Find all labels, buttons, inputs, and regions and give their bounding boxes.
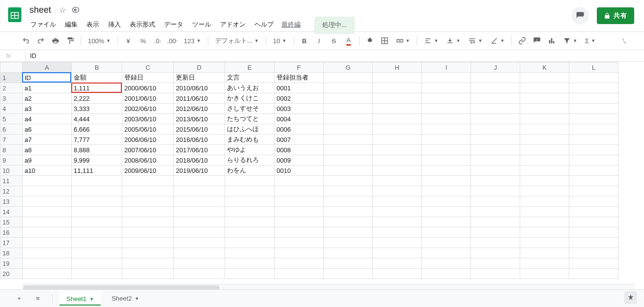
percent-icon[interactable]: %	[137, 34, 149, 47]
cell[interactable]	[569, 73, 618, 83]
cell[interactable]	[174, 217, 225, 227]
add-sheet-icon[interactable]: +	[12, 291, 27, 306]
row-header-8[interactable]: 8	[0, 145, 23, 155]
cell[interactable]: 0009	[275, 155, 324, 166]
last-edit-link[interactable]: 最終編	[279, 18, 304, 31]
rotate-dropdown[interactable]: ▼	[487, 34, 507, 47]
cell[interactable]	[471, 258, 520, 269]
paint-format-icon[interactable]	[64, 34, 77, 47]
cell[interactable]	[373, 73, 422, 83]
col-header-L[interactable]: L	[569, 62, 618, 73]
cell[interactable]	[373, 145, 422, 155]
cell[interactable]	[569, 166, 618, 176]
col-header-C[interactable]: C	[122, 62, 174, 73]
currency-yen-icon[interactable]: ¥	[122, 34, 135, 47]
cell[interactable]: 2019/06/10	[174, 166, 225, 176]
row-header-20[interactable]: 20	[0, 269, 23, 279]
cell[interactable]	[569, 104, 618, 114]
cell[interactable]: a4	[23, 114, 72, 124]
cell[interactable]	[275, 176, 324, 186]
cell[interactable]	[520, 238, 569, 248]
cell[interactable]: はひふへほ	[225, 124, 275, 135]
font-dropdown[interactable]: デフォルト...▼	[212, 34, 262, 47]
cell[interactable]	[569, 269, 618, 279]
cell[interactable]	[569, 207, 618, 217]
row-header-16[interactable]: 16	[0, 227, 23, 238]
cell[interactable]	[324, 269, 373, 279]
cell[interactable]	[422, 135, 471, 145]
cell[interactable]	[324, 135, 373, 145]
cell[interactable]: 2007/06/10	[122, 145, 174, 155]
cell[interactable]	[324, 166, 373, 176]
cell[interactable]	[520, 145, 569, 155]
cell[interactable]	[23, 186, 72, 196]
cell[interactable]	[569, 135, 618, 145]
cell[interactable]: 2017/06/10	[174, 145, 225, 155]
cell[interactable]	[471, 217, 520, 227]
cell[interactable]	[23, 196, 72, 207]
cell[interactable]: 6,666	[72, 124, 122, 135]
cell[interactable]	[275, 196, 324, 207]
col-header-E[interactable]: E	[225, 62, 275, 73]
cell[interactable]	[471, 166, 520, 176]
undo-icon[interactable]	[20, 34, 32, 47]
menu-edit[interactable]: 編集	[61, 18, 82, 31]
cell[interactable]	[471, 176, 520, 186]
cell[interactable]	[373, 186, 422, 196]
col-header-J[interactable]: J	[471, 62, 520, 73]
cell[interactable]	[324, 124, 373, 135]
cell[interactable]	[422, 176, 471, 186]
cell[interactable]	[373, 124, 422, 135]
cell[interactable]	[275, 269, 324, 279]
cell[interactable]	[373, 114, 422, 124]
row-header-19[interactable]: 19	[0, 258, 23, 269]
row-header-5[interactable]: 5	[0, 114, 23, 124]
cell[interactable]	[373, 269, 422, 279]
cell[interactable]: あいうえお	[225, 83, 275, 93]
row-header-18[interactable]: 18	[0, 248, 23, 258]
cell[interactable]: a1	[23, 83, 72, 93]
menu-help[interactable]: ヘルプ	[251, 18, 278, 31]
cell[interactable]	[520, 207, 569, 217]
cell[interactable]	[23, 227, 72, 238]
cell[interactable]	[569, 238, 618, 248]
document-title[interactable]: sheet	[27, 4, 54, 16]
cell[interactable]	[324, 176, 373, 186]
cell[interactable]	[373, 93, 422, 104]
cell[interactable]	[569, 145, 618, 155]
row-header-4[interactable]: 4	[0, 104, 23, 114]
menu-insert[interactable]: 挿入	[104, 18, 125, 31]
cell[interactable]	[324, 207, 373, 217]
select-all-corner[interactable]	[0, 62, 23, 73]
row-header-6[interactable]: 6	[0, 124, 23, 135]
cell[interactable]	[23, 248, 72, 258]
cell[interactable]: 2008/06/10	[122, 155, 174, 166]
cell[interactable]	[520, 166, 569, 176]
menu-view[interactable]: 表示	[83, 18, 103, 31]
cell[interactable]	[122, 186, 174, 196]
all-sheets-icon[interactable]: ≡	[30, 291, 45, 306]
col-header-K[interactable]: K	[520, 62, 569, 73]
cell[interactable]: 2013/06/10	[174, 114, 225, 124]
cell[interactable]	[569, 93, 618, 104]
cell[interactable]	[275, 258, 324, 269]
cell[interactable]: 2001/06/10	[122, 93, 174, 104]
halign-dropdown[interactable]: ▼	[421, 34, 441, 47]
cell[interactable]	[324, 217, 373, 227]
cell[interactable]	[373, 196, 422, 207]
cell[interactable]	[520, 73, 569, 83]
cell[interactable]	[422, 269, 471, 279]
cell[interactable]: 0002	[275, 93, 324, 104]
cell[interactable]	[422, 145, 471, 155]
cell[interactable]	[72, 248, 122, 258]
cell[interactable]	[122, 269, 174, 279]
cell[interactable]	[520, 269, 569, 279]
cell[interactable]	[23, 176, 72, 186]
cell[interactable]	[324, 83, 373, 93]
cell[interactable]: a9	[23, 155, 72, 166]
cell[interactable]: 2011/06/10	[174, 93, 225, 104]
cell[interactable]	[569, 196, 618, 207]
chart-icon[interactable]	[545, 34, 558, 47]
cell[interactable]: 1,111	[72, 83, 122, 93]
cell[interactable]	[324, 186, 373, 196]
